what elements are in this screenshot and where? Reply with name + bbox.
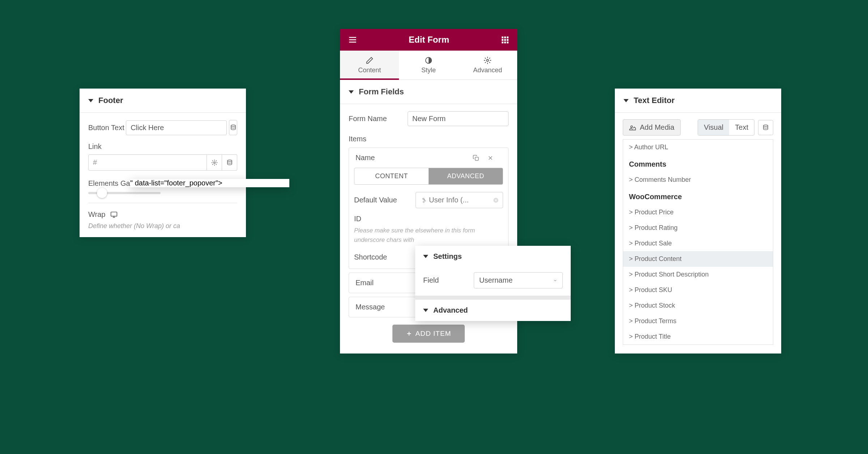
default-value-text: User Info (... bbox=[429, 196, 469, 204]
list-item[interactable]: > Author URL bbox=[623, 140, 773, 155]
apps-icon[interactable] bbox=[501, 35, 509, 44]
chevron-down-icon bbox=[88, 99, 93, 102]
tab-advanced[interactable]: Advanced bbox=[458, 51, 517, 80]
inner-tab-content[interactable]: CONTENT bbox=[354, 168, 429, 184]
text-tab[interactable]: Text bbox=[729, 120, 754, 135]
text-editor-panel: Text Editor Add Media Visual Text > Auth… bbox=[615, 89, 781, 354]
clear-button[interactable] bbox=[493, 197, 499, 204]
text-editor-toolbar: Add Media Visual Text bbox=[615, 113, 781, 139]
copy-icon bbox=[473, 155, 479, 161]
button-text-input[interactable] bbox=[126, 120, 227, 135]
id-label: ID bbox=[354, 215, 361, 223]
chevron-down-icon bbox=[553, 278, 557, 283]
chevron-down-icon bbox=[349, 90, 354, 94]
editor-mode-tabs: Visual Text bbox=[698, 119, 754, 136]
svg-rect-8 bbox=[504, 39, 506, 41]
item-duplicate-button[interactable] bbox=[473, 155, 487, 161]
close-icon bbox=[487, 155, 494, 161]
inner-tab-advanced[interactable]: ADVANCED bbox=[429, 168, 503, 184]
button-text-row: Button Text bbox=[88, 120, 237, 135]
slider-thumb[interactable] bbox=[97, 188, 107, 198]
settings-section: Settings Field Username bbox=[415, 246, 571, 296]
tab-content-label: Content bbox=[358, 67, 381, 74]
field-label: Field bbox=[423, 276, 474, 284]
dynamic-tags-button[interactable] bbox=[758, 120, 773, 135]
field-value: Username bbox=[479, 276, 512, 284]
svg-rect-4 bbox=[502, 37, 503, 38]
add-item-button[interactable]: ADD ITEM bbox=[392, 325, 465, 343]
chevron-down-icon bbox=[423, 309, 428, 312]
item-header[interactable]: Name bbox=[354, 148, 503, 168]
list-item[interactable]: > Comments Number bbox=[623, 172, 773, 188]
link-row: Link bbox=[88, 142, 237, 171]
list-item[interactable]: > Product Short Description bbox=[623, 267, 773, 282]
list-item[interactable]: > Product Sale bbox=[623, 236, 773, 251]
list-item[interactable]: > Product Price bbox=[623, 205, 773, 220]
edit-form-title: Edit Form bbox=[409, 35, 449, 45]
elements-gap-label: Elements Gap bbox=[88, 179, 134, 187]
settings-header[interactable]: Settings bbox=[415, 246, 571, 267]
list-item[interactable]: > Product Terms bbox=[623, 313, 773, 329]
edit-form-tabs: Content Style Advanced bbox=[340, 51, 517, 80]
svg-point-19 bbox=[631, 126, 633, 128]
text-editor-header[interactable]: Text Editor bbox=[615, 89, 781, 113]
svg-point-2 bbox=[227, 160, 232, 162]
settings-title: Settings bbox=[433, 252, 462, 261]
field-select[interactable]: Username bbox=[474, 272, 563, 288]
svg-point-1 bbox=[213, 162, 215, 163]
svg-rect-5 bbox=[504, 37, 506, 38]
dynamic-tags-list: > Author URLComments> Comments NumberWoo… bbox=[623, 139, 773, 345]
item-name-label: Name bbox=[356, 154, 473, 162]
svg-point-0 bbox=[231, 125, 235, 127]
menu-icon[interactable] bbox=[348, 35, 357, 44]
plus-icon bbox=[406, 331, 412, 337]
contrast-icon bbox=[425, 56, 433, 64]
footer-section-header[interactable]: Footer bbox=[80, 89, 246, 113]
divider bbox=[88, 203, 237, 203]
list-item[interactable]: > Product SKU bbox=[623, 282, 773, 298]
elements-gap-slider[interactable] bbox=[88, 192, 161, 194]
advanced-title: Advanced bbox=[433, 306, 468, 314]
pencil-icon bbox=[366, 56, 374, 64]
link-input[interactable] bbox=[88, 154, 207, 171]
add-media-button[interactable]: Add Media bbox=[623, 119, 681, 136]
link-options-button[interactable] bbox=[207, 154, 222, 171]
list-item[interactable]: > Product Title bbox=[623, 329, 773, 344]
text-editor-title: Text Editor bbox=[634, 96, 675, 105]
link-dynamic-button[interactable] bbox=[222, 154, 237, 171]
svg-rect-11 bbox=[504, 42, 506, 43]
media-icon bbox=[629, 124, 636, 131]
default-value-input[interactable]: User Info (... bbox=[416, 192, 503, 208]
list-item[interactable]: > Product Rating bbox=[623, 220, 773, 236]
tab-content[interactable]: Content bbox=[340, 51, 399, 80]
form-name-input[interactable] bbox=[408, 111, 509, 126]
chevron-down-icon bbox=[624, 99, 629, 102]
svg-rect-12 bbox=[507, 42, 509, 43]
chevron-down-icon bbox=[423, 255, 428, 258]
link-label: Link bbox=[88, 142, 102, 150]
default-value-row: Default Value User Info (... bbox=[354, 192, 503, 208]
footer-title: Footer bbox=[98, 96, 123, 105]
footer-panel: Footer Button Text Link Elements Gap bbox=[80, 89, 246, 237]
list-item[interactable]: > Product Content bbox=[623, 251, 773, 267]
desktop-icon[interactable] bbox=[110, 211, 118, 218]
list-group: WooCommerce bbox=[623, 188, 773, 205]
gear-icon bbox=[484, 56, 492, 64]
tab-style-label: Style bbox=[421, 67, 436, 74]
add-item-label: ADD ITEM bbox=[416, 330, 451, 338]
dynamic-tags-button[interactable] bbox=[229, 120, 237, 135]
item-remove-button[interactable] bbox=[487, 155, 502, 161]
database-icon bbox=[762, 124, 769, 131]
form-fields-header[interactable]: Form Fields bbox=[340, 80, 517, 104]
wrap-help-text: Define whether (No Wrap) or ca bbox=[88, 222, 237, 230]
tab-style[interactable]: Style bbox=[399, 51, 458, 80]
list-item[interactable]: > Product Stock bbox=[623, 298, 773, 313]
advanced-header[interactable]: Advanced bbox=[415, 300, 571, 321]
settings-popover: Settings Field Username Advanced bbox=[415, 246, 571, 321]
wrench-icon bbox=[420, 197, 426, 203]
wrap-row: Wrap bbox=[88, 210, 237, 219]
visual-tab[interactable]: Visual bbox=[698, 120, 729, 135]
svg-rect-3 bbox=[111, 212, 117, 216]
tab-advanced-label: Advanced bbox=[473, 67, 502, 74]
list-group: Comments bbox=[623, 155, 773, 172]
